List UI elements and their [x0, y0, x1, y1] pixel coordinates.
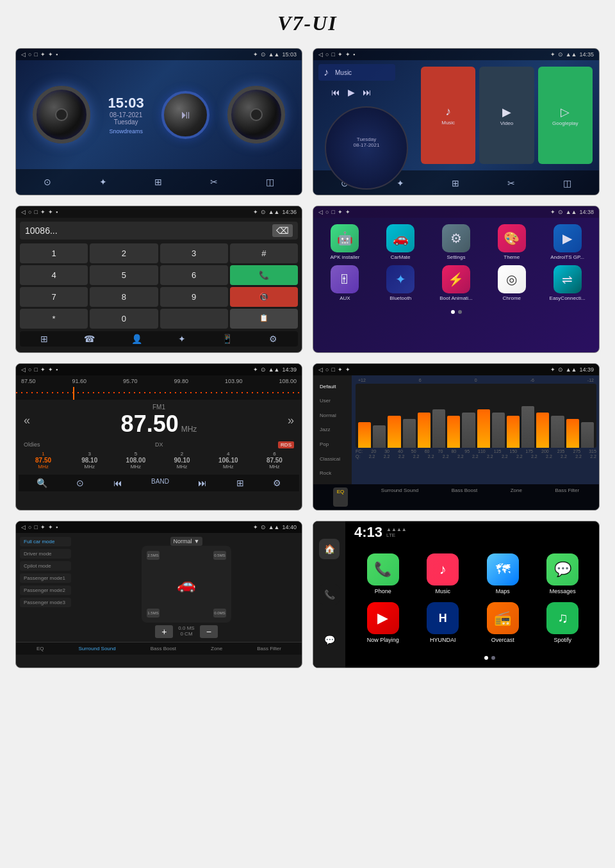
next-btn[interactable]: ⏭	[363, 87, 372, 97]
surround-plus-btn[interactable]: +	[155, 625, 173, 638]
app-theme[interactable]: 🎨 Theme	[486, 224, 537, 260]
mode-pass2[interactable]: Passenger mode2	[20, 585, 71, 595]
dial-2[interactable]: 2	[90, 243, 158, 263]
play-btn[interactable]: ▶	[348, 87, 355, 97]
mode-pass1[interactable]: Passenger mode1	[20, 573, 71, 583]
preset-5[interactable]: 5 108.00 MHz	[113, 451, 158, 470]
eq-preset-user[interactable]: User	[316, 396, 349, 405]
app-bluetooth[interactable]: ✦ Bluetooth	[375, 265, 426, 301]
nav-apps[interactable]: ⊞	[154, 177, 162, 187]
cp-sidebar-phone[interactable]: 📞	[319, 584, 340, 605]
radio-scan[interactable]: ⊙	[76, 478, 84, 488]
nb3-call[interactable]: ☎	[84, 334, 95, 344]
radio-next[interactable]: ⏭	[198, 478, 207, 488]
dial-call-red[interactable]: 📵	[230, 287, 298, 307]
cp-app-phone[interactable]: 📞 Phone	[357, 553, 409, 594]
eq-preset-normal[interactable]: Normal	[316, 411, 349, 420]
nb3-phone[interactable]: 📱	[222, 334, 233, 344]
tile-music[interactable]: ♪ Music	[421, 67, 475, 164]
cp-app-messages[interactable]: 💬 Messages	[537, 553, 589, 594]
app-settings[interactable]: ⚙ Settings	[431, 224, 482, 260]
radio-prev[interactable]: ⏮	[113, 478, 122, 488]
cp-app-overcast[interactable]: 📻 Overcast	[477, 602, 529, 643]
nav2-bt[interactable]: ✦	[397, 178, 404, 188]
sn-bass-boost[interactable]: Bass Boost	[151, 646, 176, 651]
eq-preset-jazz[interactable]: Jazz	[316, 425, 349, 434]
eq-tab-eq[interactable]: EQ	[333, 487, 348, 507]
mode-fullcar[interactable]: Full car mode	[20, 537, 71, 546]
mode-dropdown[interactable]: Normal ▼	[170, 537, 203, 546]
dial-6[interactable]: 6	[160, 265, 228, 285]
cp-sidebar-home[interactable]: 🏠	[319, 539, 340, 559]
preset-6[interactable]: 6 87.50 MHz	[252, 451, 297, 470]
sn-surround[interactable]: Surround Sound	[78, 646, 115, 651]
dial-0[interactable]: 0	[90, 309, 158, 329]
nb3-apps[interactable]: ⊞	[40, 334, 48, 344]
dial-8[interactable]: 8	[90, 287, 158, 307]
dial-5[interactable]: 5	[90, 265, 158, 285]
surround-minus-btn[interactable]: −	[200, 625, 218, 638]
app-androit[interactable]: ▶ AndroiTS GP...	[542, 224, 593, 260]
radio-eq[interactable]: ⊞	[236, 478, 244, 488]
eq-tab-zone[interactable]: Zone	[511, 487, 522, 507]
mode-pass3[interactable]: Passenger mode3	[20, 598, 71, 607]
nb3-bt[interactable]: ✦	[178, 334, 186, 344]
sn-zone[interactable]: Zone	[211, 646, 222, 651]
nb3-contacts[interactable]: 👤	[131, 334, 142, 344]
eq-preset-classical[interactable]: Classical	[316, 454, 349, 464]
prev-btn[interactable]: ⏮	[331, 87, 340, 97]
nav-settings[interactable]: ✂	[210, 177, 218, 187]
cp-sidebar-messages[interactable]: 💬	[319, 630, 340, 650]
app-carmate[interactable]: 🚗 CarMate	[375, 224, 426, 260]
mode-cpilot[interactable]: Cpilot mode	[20, 561, 71, 571]
freq-prev-btn[interactable]: «	[24, 414, 30, 427]
eq-tab-bass-boost[interactable]: Bass Boost	[452, 487, 477, 507]
sn-bass-filter[interactable]: Bass Filter	[257, 646, 281, 651]
cp-app-music[interactable]: ♪ Music	[417, 553, 470, 594]
dial-hash[interactable]: #	[230, 243, 298, 263]
dial-call-green[interactable]: 📞	[230, 265, 298, 285]
sn-eq[interactable]: EQ	[37, 646, 44, 651]
preset-3[interactable]: 3 98.10 MHz	[67, 451, 111, 470]
mode-driver[interactable]: Driver mode	[20, 549, 71, 559]
dial-7[interactable]: 7	[20, 287, 88, 307]
app-easyconn[interactable]: ⇌ EasyConnecti...	[542, 265, 593, 301]
radio-band[interactable]: BAND	[151, 478, 169, 488]
freq-next-btn[interactable]: »	[288, 414, 294, 427]
cp-app-hyundai[interactable]: H HYUNDAI	[417, 602, 470, 643]
cp-app-maps[interactable]: 🗺 Maps	[477, 553, 529, 594]
tile-video[interactable]: ▶ Video	[479, 67, 534, 164]
nav-location[interactable]: ⊙	[44, 177, 51, 187]
app-chrome[interactable]: ◎ Chrome	[486, 265, 537, 301]
dial-4[interactable]: 4	[20, 265, 88, 285]
dial-3[interactable]: 3	[160, 243, 228, 263]
nav2-ext[interactable]: ◫	[563, 178, 571, 188]
cp-app-nowplaying[interactable]: ▶ Now Playing	[357, 602, 409, 643]
nav2-set[interactable]: ✂	[507, 178, 515, 188]
preset-2[interactable]: 2 90.10 MHz	[160, 451, 204, 470]
preset-4[interactable]: 4 106.10 MHz	[206, 451, 250, 470]
radio-search[interactable]: 🔍	[37, 478, 47, 488]
eq-tab-surround[interactable]: Surround Sound	[381, 487, 418, 507]
app-bootanim[interactable]: ⚡ Boot Animati...	[431, 265, 482, 301]
eq-preset-default[interactable]: Default	[316, 382, 349, 391]
cp-app-spotify[interactable]: ♫ Spotify	[537, 602, 589, 643]
eq-tab-bass-filter[interactable]: Bass Filter	[555, 487, 579, 507]
nb3-settings[interactable]: ⚙	[269, 334, 277, 344]
dial-1[interactable]: 1	[20, 243, 88, 263]
eq-preset-rock[interactable]: Rock	[316, 468, 349, 478]
dial-contact[interactable]: 📋	[230, 309, 298, 329]
dial-delete-btn[interactable]: ⌫	[272, 224, 293, 237]
dial-star[interactable]: *	[20, 309, 88, 329]
tile-google[interactable]: ▷ Googleplay	[538, 67, 593, 164]
dial-9[interactable]: 9	[160, 287, 228, 307]
nav-bluetooth[interactable]: ✦	[99, 177, 107, 187]
nav2-apps[interactable]: ⊞	[452, 178, 459, 188]
app-aux[interactable]: 🎚 AUX	[320, 265, 370, 301]
eq-preset-pop[interactable]: Pop	[316, 439, 349, 449]
radio-settings[interactable]: ⚙	[273, 478, 281, 488]
app-apk[interactable]: 🤖 APK installer	[320, 224, 370, 260]
preset-1[interactable]: 1 87.50 MHz	[21, 451, 65, 470]
nav-extra[interactable]: ◫	[266, 177, 274, 187]
play-button[interactable]: ⏯	[161, 91, 209, 139]
